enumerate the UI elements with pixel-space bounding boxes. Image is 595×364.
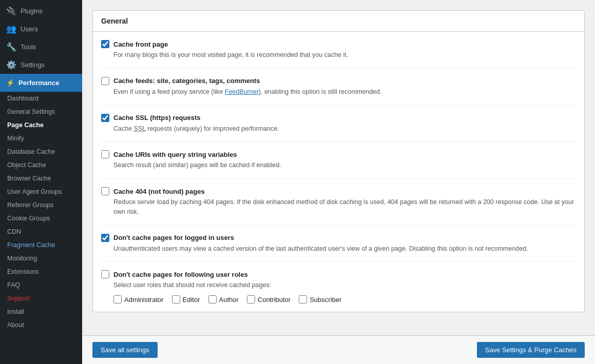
sidebar-label-plugins: Plugins [21,7,43,15]
role-item-role-subscriber: Subscriber [299,295,341,304]
checkbox-cache-feeds[interactable] [101,77,109,85]
role-item-role-editor: Editor [172,295,200,304]
role-item-role-contributor: Contributor [247,295,291,304]
role-checkbox-role-editor[interactable] [172,295,180,304]
role-label-role-author: Author [219,296,239,304]
settings-panel: General Cache front page For many blogs … [92,10,585,312]
setting-desc-cache-front-page: For many blogs this is your most visited… [113,50,576,60]
checkbox-no-cache-roles[interactable] [101,270,109,278]
panel-header: General [93,11,584,32]
main-area: General Cache front page For many blogs … [82,0,595,364]
setting-title-cache-front-page: Cache front page [101,40,576,48]
sidebar-item-about[interactable]: About [0,318,82,332]
setting-desc-cache-ssl: Cache SSL requests (uniquely) for improv… [113,124,576,134]
user-roles-row: Administrator Editor Author Contributor … [113,295,576,304]
setting-desc-no-cache-logged-in: Unauthenticated users may view a cached … [113,244,576,254]
sidebar-item-cookie-groups[interactable]: Cookie Groups [0,212,82,225]
setting-row-cache-404: Cache 404 (not found) pages Reduce serve… [101,179,576,226]
label-cache-front-page[interactable]: Cache front page [113,41,168,48]
sidebar-item-support[interactable]: Support [0,292,82,305]
label-cache-uris[interactable]: Cache URIs with query string variables [113,151,237,158]
setting-title-cache-feeds: Cache feeds: site, categories, tags, com… [101,77,576,85]
setting-desc-cache-uris: Search result (and similar) pages will b… [113,160,576,170]
sidebar-performance-header[interactable]: ⚡ Performance [0,74,82,92]
checkbox-cache-ssl[interactable] [101,114,109,122]
sidebar-item-minify[interactable]: Minify [0,132,82,145]
setting-row-no-cache-roles: Don't cache pages for following user rol… [101,262,576,312]
sidebar-item-referrer-groups[interactable]: Referrer Groups [0,198,82,212]
label-no-cache-roles[interactable]: Don't cache pages for following user rol… [113,271,248,278]
tools-icon: 🔧 [6,42,16,52]
role-item-role-admin: Administrator [113,295,164,304]
setting-desc-no-cache-roles: Select user roles that should not receiv… [113,280,576,290]
setting-title-no-cache-logged-in: Don't cache pages for logged in users [101,234,576,242]
sidebar-item-fragment-cache[interactable]: Fragment Cache [0,238,82,252]
label-no-cache-logged-in[interactable]: Don't cache pages for logged in users [113,234,234,241]
setting-row-cache-front-page: Cache front page For many blogs this is … [101,32,576,69]
sidebar-item-install[interactable]: Install [0,305,82,318]
setting-title-no-cache-roles: Don't cache pages for following user rol… [101,270,576,278]
plugins-icon: 🔌 [6,6,16,16]
sidebar-item-cdn[interactable]: CDN [0,225,82,238]
setting-row-cache-ssl: Cache SSL (https) requests Cache SSL req… [101,106,576,143]
role-label-role-admin: Administrator [124,296,164,304]
sidebar-label-tools: Tools [21,43,36,51]
setting-title-cache-uris: Cache URIs with query string variables [101,150,576,158]
sidebar-label-users: Users [21,25,38,33]
checkbox-cache-front-page[interactable] [101,40,109,48]
role-checkbox-role-subscriber[interactable] [299,295,307,304]
sidebar-item-browser-cache[interactable]: Browser Cache [0,172,82,185]
role-item-role-author: Author [208,295,239,304]
label-cache-feeds[interactable]: Cache feeds: site, categories, tags, com… [113,77,260,85]
sidebar-item-users[interactable]: 👥Users [0,20,82,38]
label-cache-ssl[interactable]: Cache SSL (https) requests [113,114,201,122]
setting-desc-cache-feeds: Even if using a feed proxy service (like… [113,87,576,97]
setting-desc-cache-404: Reduce server load by caching 404 pages.… [113,197,576,217]
feedburner-link[interactable]: FeedBurner [225,88,259,95]
sidebar-item-settings[interactable]: ⚙️Settings [0,56,82,74]
sidebar-sub-items: DashboardGeneral SettingsPage CacheMinif… [0,92,82,332]
sidebar-top-section: 🔌Plugins👥Users🔧Tools⚙️Settings [0,0,82,74]
checkbox-cache-404[interactable] [101,187,109,195]
sidebar-label-settings: Settings [21,61,45,69]
role-checkbox-role-admin[interactable] [113,295,122,304]
sidebar-item-extensions[interactable]: Extensions [0,265,82,278]
sidebar-item-general-settings[interactable]: General Settings [0,105,82,118]
sidebar-item-dashboard[interactable]: Dashboard [0,92,82,105]
role-label-role-subscriber: Subscriber [310,296,341,304]
panel-body: Cache front page For many blogs this is … [93,32,584,312]
role-label-role-contributor: Contributor [258,296,291,304]
sidebar-item-tools[interactable]: 🔧Tools [0,38,82,56]
save-purge-button[interactable]: Save Settings & Purge Caches [477,342,585,358]
sidebar-item-faq[interactable]: FAQ [0,278,82,292]
content-area: General Cache front page For many blogs … [82,0,595,335]
setting-row-cache-feeds: Cache feeds: site, categories, tags, com… [101,69,576,106]
users-icon: 👥 [6,24,16,34]
setting-row-cache-uris: Cache URIs with query string variables S… [101,142,576,179]
label-cache-404[interactable]: Cache 404 (not found) pages [113,188,205,195]
performance-icon: ⚡ [6,79,14,87]
setting-row-no-cache-logged-in: Don't cache pages for logged in users Un… [101,226,576,262]
settings-icon: ⚙️ [6,60,16,70]
role-checkbox-role-contributor[interactable] [247,295,255,304]
sidebar-item-monitoring[interactable]: Monitoring [0,252,82,265]
sidebar-item-plugins[interactable]: 🔌Plugins [0,2,82,20]
save-all-button[interactable]: Save all settings [92,342,158,358]
sidebar: 🔌Plugins👥Users🔧Tools⚙️Settings ⚡ Perform… [0,0,82,364]
sidebar-item-page-cache[interactable]: Page Cache [0,118,82,132]
sidebar-item-user-agent-groups[interactable]: User Agent Groups [0,185,82,198]
sidebar-item-object-cache[interactable]: Object Cache [0,158,82,172]
sidebar-item-database-cache[interactable]: Database Cache [0,145,82,158]
setting-title-cache-404: Cache 404 (not found) pages [101,187,576,195]
role-checkbox-role-author[interactable] [208,295,217,304]
performance-label: Performance [18,79,59,87]
checkbox-cache-uris[interactable] [101,150,109,158]
checkbox-no-cache-logged-in[interactable] [101,234,109,242]
footer-bar: Save all settings Save Settings & Purge … [82,335,595,364]
setting-title-cache-ssl: Cache SSL (https) requests [101,114,576,122]
role-label-role-editor: Editor [183,296,200,304]
